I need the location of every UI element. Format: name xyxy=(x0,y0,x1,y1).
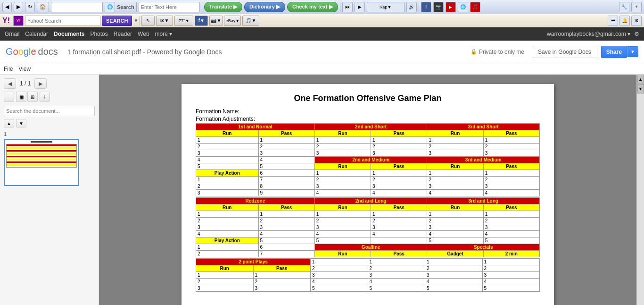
nav-calendar[interactable]: Calendar xyxy=(25,31,48,37)
share-dropdown-button[interactable]: ▼ xyxy=(627,46,638,57)
yahoo-facebook-icon[interactable]: f▼ xyxy=(195,16,208,26)
address-bar[interactable] xyxy=(51,2,103,12)
nav-more[interactable]: more ▾ xyxy=(155,31,173,37)
social-icon2[interactable]: 📷 xyxy=(433,2,444,12)
icon5[interactable]: 🎵 xyxy=(470,2,480,12)
table-row: 2 xyxy=(483,144,539,150)
single-page-view-button[interactable]: ▣ xyxy=(16,92,26,102)
table-row: 1 xyxy=(368,259,425,265)
zoom-in-button[interactable]: + xyxy=(40,92,50,102)
nav-reader[interactable]: Reader xyxy=(114,31,132,37)
search-next-button[interactable]: ▼ xyxy=(16,119,26,127)
run-3l: Run xyxy=(427,204,483,211)
youtube-icon[interactable]: ▶ xyxy=(446,2,456,12)
table-row: 4 xyxy=(482,279,540,285)
header-3rd-short: 3rd and Short xyxy=(427,124,540,130)
yahoo-cursor-icon[interactable]: ↖ xyxy=(141,16,155,26)
radio-icon: Rap▼ xyxy=(367,2,405,12)
table-row: 1 xyxy=(196,137,259,144)
nav-documents[interactable]: Documents xyxy=(54,31,84,37)
pass-header-1: Pass xyxy=(258,130,314,137)
yahoo-settings-icon[interactable]: ⚙ xyxy=(631,16,642,26)
table-row: 6 xyxy=(258,170,314,177)
forward-button[interactable]: ▶ xyxy=(14,2,23,12)
grid-view-button[interactable]: ⊞ xyxy=(27,92,38,102)
middle-section-table: Redzone 2nd and Long 3rd and Long Run Pa… xyxy=(196,197,540,257)
yahoo-mail-icon[interactable]: ✉▼ xyxy=(156,16,173,26)
table-row: 3 xyxy=(253,285,311,292)
table-row: 3 xyxy=(314,224,371,231)
save-in-google-docs-button[interactable]: Save in Google Docs xyxy=(532,46,597,58)
view-toggle-buttons: ▣ ⊞ xyxy=(16,92,38,102)
vertical-scrollbar[interactable]: ▲ ▼ xyxy=(636,75,644,305)
nav-gmail[interactable]: Gmail xyxy=(5,31,19,37)
search-prev-button[interactable]: ▲ xyxy=(4,119,14,127)
table-row: 2 xyxy=(253,279,311,285)
yahoo-search-input[interactable] xyxy=(25,16,100,26)
table-row: 8 xyxy=(258,183,314,190)
nav-photos[interactable]: Photos xyxy=(90,31,107,37)
browser-search-input[interactable] xyxy=(139,2,200,12)
table-row: 4 xyxy=(427,190,483,196)
document-area[interactable]: One Formation Offensive Game Plan Format… xyxy=(99,75,636,305)
yahoo-icon1[interactable]: 📷▼ xyxy=(209,16,223,26)
header-2nd-medium: 2nd and Medium xyxy=(314,157,427,163)
yahoo-home-icon[interactable]: Y! xyxy=(13,16,24,26)
table-row: 3 xyxy=(368,272,425,279)
volume-icon[interactable]: 🔊 xyxy=(406,2,417,12)
yahoo-ebay-icon[interactable]: eBay▼ xyxy=(224,16,241,26)
prev-page-button[interactable]: ◀ xyxy=(4,78,16,89)
zoom-out-button[interactable]: − xyxy=(4,92,14,102)
scroll-up-button[interactable]: ▲ xyxy=(637,75,644,84)
browser-icon2[interactable]: 🌐 xyxy=(458,2,468,12)
menu-list-icon[interactable]: ☰ xyxy=(608,16,618,26)
scroll-down-button[interactable]: ▼ xyxy=(637,84,644,93)
yahoo-temp-icon[interactable]: 77°▼ xyxy=(174,16,193,26)
google-settings-icon[interactable]: ⚙ xyxy=(634,31,639,37)
file-menu-item[interactable]: File xyxy=(4,66,13,72)
table-row: 3 xyxy=(427,150,483,157)
add-tab-icon[interactable]: + xyxy=(631,2,642,12)
header-3rd-medium: 3rd and Medium xyxy=(427,157,540,163)
table-row: 3 xyxy=(371,150,427,157)
google-wordmark: Google xyxy=(6,46,36,57)
search-dropdown[interactable]: ▼ xyxy=(133,18,138,23)
search-document-input[interactable] xyxy=(4,106,95,116)
page-thumbnail[interactable] xyxy=(4,139,79,186)
share-button[interactable]: Share xyxy=(601,46,627,58)
check-text-button[interactable]: Check my text ▶ xyxy=(287,2,338,12)
table-row: 2 xyxy=(425,265,483,272)
media-play-icon[interactable]: ▶ xyxy=(355,2,365,12)
header-goalline: Goalline xyxy=(314,244,427,251)
media-prev-icon[interactable]: ⏮ xyxy=(342,2,353,12)
notification-bell-icon[interactable]: 🔔 xyxy=(619,16,630,26)
translate-button[interactable]: Translate ▶ xyxy=(204,2,242,12)
yahoo-search-button[interactable]: SEARCH xyxy=(102,16,132,26)
browser-icon: 🌐 xyxy=(105,2,115,12)
home-button[interactable]: 🏠 xyxy=(37,2,49,12)
table-row: 3 xyxy=(427,224,483,231)
yahoo-icon2[interactable]: 🎵▼ xyxy=(242,16,259,26)
facebook-icon[interactable]: f xyxy=(421,2,431,12)
table-row: 1 xyxy=(196,244,259,251)
back-button[interactable]: ◀ xyxy=(2,2,12,12)
settings-wrench-icon[interactable]: 🔧 xyxy=(619,2,629,12)
table-row: 2 xyxy=(427,218,483,224)
table-row: 7 xyxy=(258,177,314,183)
table-row: 3 xyxy=(314,150,371,157)
view-menu-item[interactable]: View xyxy=(18,66,31,72)
page-nav-controls: ◀ 1 / 1 ▶ xyxy=(4,78,95,89)
refresh-button[interactable]: ↻ xyxy=(25,2,35,12)
next-page-button[interactable]: ▶ xyxy=(34,78,47,89)
nav-web[interactable]: Web xyxy=(138,31,149,37)
dictionary-button[interactable]: Dictionary ▶ xyxy=(244,2,285,12)
table-row: 4 xyxy=(196,231,259,237)
table-row: 2 xyxy=(314,177,371,183)
table-row: 1 xyxy=(371,137,427,144)
table-row: 3 xyxy=(482,272,540,279)
table-row: 3 xyxy=(196,190,259,196)
table-row: 2 xyxy=(371,144,427,150)
table-row: 3 xyxy=(483,150,539,157)
table-row: 4 xyxy=(371,190,427,196)
table-row: 3 xyxy=(258,224,314,231)
